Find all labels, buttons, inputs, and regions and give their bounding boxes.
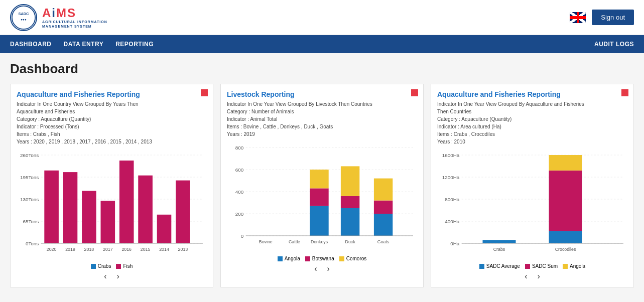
svg-text:195Tons: 195Tons: [20, 175, 39, 180]
svg-text:Cattle: Cattle: [289, 239, 300, 244]
legend-angola-3: Angola: [563, 263, 585, 269]
svg-text:2015: 2015: [141, 247, 151, 252]
legend-sadc-avg-color: [479, 264, 484, 269]
svg-rect-65: [483, 240, 516, 243]
svg-rect-15: [63, 172, 78, 243]
svg-rect-23: [138, 176, 153, 243]
card1-legend: Crabs Fish: [17, 263, 207, 269]
svg-text:Goats: Goats: [377, 239, 390, 244]
svg-text:400Ha: 400Ha: [445, 219, 460, 224]
svg-rect-68: [549, 171, 582, 231]
svg-text:0Tons: 0Tons: [26, 241, 39, 246]
legend-angola-3-color: [563, 264, 568, 269]
nav-left: DASHBOARD DATA ENTRY REPORTING: [10, 36, 154, 53]
card-aquaculture-1: Aquaculture and Fisheries Reporting Indi…: [10, 84, 213, 287]
nav-audit-logs[interactable]: AUDIT LOGS: [594, 36, 634, 53]
card3-next-button[interactable]: ›: [538, 272, 540, 281]
card-livestock: Livestock Reporting Indicator In One Yea…: [220, 84, 424, 287]
nav-reporting[interactable]: REPORTING: [115, 36, 154, 53]
logo-area: SADC ●●● AiMS AGRICULTURAL INFORMATION M…: [10, 4, 107, 31]
legend-sadc-sum-color: [525, 264, 530, 269]
legend-comoros: Comoros: [339, 256, 367, 261]
card3-nav: ‹ ›: [437, 272, 627, 281]
legend-sadc-avg: SADC Average: [479, 263, 520, 269]
svg-text:130Tons: 130Tons: [20, 197, 39, 202]
card3-meta: Indicator In One Year View Grouped By Aq…: [437, 100, 627, 145]
svg-rect-25: [157, 215, 172, 243]
svg-rect-69: [549, 155, 582, 171]
legend-fish-color: [116, 264, 121, 269]
stacked-bar-chart-2: 800 600 400 200 0 Bovine Cattle: [227, 142, 417, 252]
svg-text:●●●: ●●●: [21, 17, 27, 21]
svg-rect-48: [341, 166, 359, 196]
svg-text:600: 600: [235, 167, 244, 173]
legend-sadc-avg-label: SADC Average: [486, 263, 520, 269]
svg-rect-47: [341, 196, 359, 208]
svg-rect-67: [549, 231, 582, 243]
card-aquaculture-2: Aquaculture and Fisheries Reporting Indi…: [431, 84, 634, 287]
logo-subtitle: AGRICULTURAL INFORMATION MANAGEMENT SYST…: [42, 20, 107, 29]
svg-text:1200Ha: 1200Ha: [442, 175, 460, 180]
legend-fish-label: Fish: [123, 263, 133, 269]
card1-title: Aquaculture and Fisheries Reporting: [17, 90, 207, 98]
language-flag-icon[interactable]: [570, 12, 586, 23]
svg-text:800Ha: 800Ha: [445, 197, 460, 202]
main-nav: DASHBOARD DATA ENTRY REPORTING AUDIT LOG…: [0, 35, 644, 53]
card2-next-button[interactable]: ›: [327, 264, 330, 273]
cards-row: Aquaculture and Fisheries Reporting Indi…: [10, 84, 634, 287]
svg-rect-42: [310, 206, 328, 236]
legend-botswana-label: Botswana: [312, 256, 334, 261]
svg-rect-46: [341, 208, 359, 236]
svg-rect-51: [374, 201, 393, 214]
card2-chart: 800 600 400 200 0 Bovine Cattle: [227, 142, 417, 261]
svg-text:2017: 2017: [103, 247, 113, 252]
legend-comoros-label: Comoros: [346, 256, 367, 261]
legend-angola-label: Angola: [285, 256, 300, 261]
card2-meta: Indicator In One Year View Grouped By Li…: [227, 100, 417, 138]
logo-aims: AiMS: [42, 6, 107, 20]
svg-text:Bovine: Bovine: [259, 239, 273, 244]
page-title: Dashboard: [10, 61, 634, 77]
legend-item-fish: Fish: [116, 263, 133, 269]
svg-rect-17: [82, 191, 96, 244]
legend-angola: Angola: [278, 256, 300, 261]
svg-rect-13: [44, 171, 59, 243]
svg-rect-43: [310, 188, 328, 206]
card3-chart: 1600Ha 1200Ha 800Ha 400Ha 0Ha Crabs: [437, 149, 627, 269]
svg-rect-50: [374, 214, 393, 236]
svg-text:2018: 2018: [84, 247, 94, 252]
svg-rect-52: [374, 179, 393, 201]
card2-title: Livestock Reporting: [227, 90, 417, 98]
svg-text:800: 800: [235, 145, 244, 150]
svg-text:2013: 2013: [178, 247, 188, 252]
legend-angola-3-label: Angola: [570, 263, 585, 269]
card1-chart: 260Tons 195Tons 130Tons 65Tons 0Tons 202…: [17, 149, 207, 269]
legend-item-crabs: Crabs: [91, 263, 111, 269]
card1-prev-button[interactable]: ‹: [104, 272, 106, 281]
legend-sadc-sum-label: SADC Sum: [532, 263, 558, 269]
card2-legend: Angola Botswana Comoros: [227, 256, 417, 261]
card1-next-button[interactable]: ›: [117, 272, 119, 281]
bar-chart-1: 260Tons 195Tons 130Tons 65Tons 0Tons 202…: [17, 149, 207, 260]
card3-prev-button[interactable]: ‹: [525, 272, 527, 281]
legend-sadc-sum: SADC Sum: [525, 263, 558, 269]
svg-text:2019: 2019: [65, 247, 75, 252]
nav-right: AUDIT LOGS: [594, 41, 634, 48]
legend-crabs-label: Crabs: [98, 263, 111, 269]
header: SADC ●●● AiMS AGRICULTURAL INFORMATION M…: [0, 0, 644, 35]
legend-angola-color: [278, 256, 283, 261]
svg-rect-44: [310, 170, 328, 188]
card-pin-icon: [201, 89, 208, 96]
svg-text:Crocodiles: Crocodiles: [555, 247, 576, 252]
svg-text:Duck: Duck: [345, 239, 356, 244]
svg-text:Donkeys: Donkeys: [311, 239, 328, 244]
page-content: Dashboard Aquaculture and Fisheries Repo…: [0, 53, 644, 295]
nav-data-entry[interactable]: DATA ENTRY: [64, 36, 104, 53]
svg-text:65Tons: 65Tons: [23, 219, 39, 224]
svg-text:200: 200: [235, 211, 244, 217]
card2-prev-button[interactable]: ‹: [314, 264, 317, 273]
legend-crabs-color: [91, 264, 96, 269]
logo-text: AiMS AGRICULTURAL INFORMATION MANAGEMENT…: [42, 6, 107, 29]
nav-dashboard[interactable]: DASHBOARD: [10, 36, 52, 53]
sign-out-button[interactable]: Sign out: [592, 10, 634, 25]
